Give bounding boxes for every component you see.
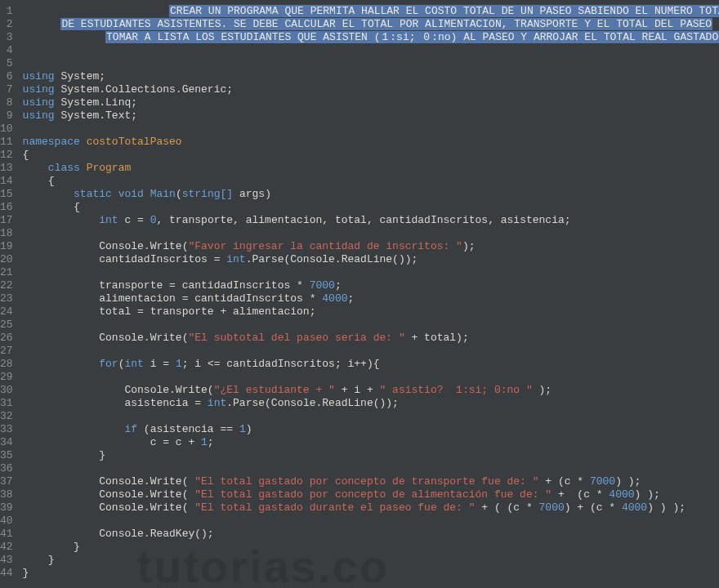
code-line[interactable] bbox=[23, 462, 719, 475]
code-line[interactable]: static void Main(string[] args) bbox=[23, 188, 719, 201]
line-number: 11 bbox=[0, 136, 13, 149]
code-editor[interactable]: 1234567891011121314151617181920212223242… bbox=[0, 0, 719, 588]
code-line[interactable]: class Program bbox=[23, 162, 719, 175]
line-number: 42 bbox=[0, 541, 13, 554]
code-token: using bbox=[23, 70, 55, 82]
code-token: ( bbox=[176, 188, 182, 200]
code-token: "El total gastado por concepto de transp… bbox=[194, 475, 538, 488]
code-line[interactable]: Console.Write("¿El estudiante + " + i + … bbox=[23, 384, 719, 397]
code-line[interactable] bbox=[23, 44, 719, 57]
code-token: System.Text; bbox=[55, 109, 137, 122]
code-line[interactable]: { bbox=[23, 201, 719, 214]
code-token: " asistio? 1:si; 0:no " bbox=[380, 384, 533, 396]
code-token: + ( (c * bbox=[476, 501, 539, 514]
code-token: ); bbox=[533, 384, 552, 396]
code-line[interactable]: { bbox=[23, 149, 719, 162]
line-number: 10 bbox=[0, 122, 13, 136]
code-token: } bbox=[23, 567, 29, 579]
code-line[interactable]: using System.Linq; bbox=[23, 96, 719, 109]
code-line[interactable]: } bbox=[23, 567, 719, 580]
code-line[interactable]: if (asistencia == 1) bbox=[23, 423, 719, 436]
code-token: 4000 bbox=[609, 488, 634, 501]
code-token: 7000 bbox=[590, 475, 615, 488]
code-line[interactable]: } bbox=[23, 541, 719, 554]
code-line[interactable] bbox=[23, 371, 719, 384]
code-token: + (c * bbox=[552, 488, 609, 501]
code-line[interactable]: CREAR UN PROGRAMA QUE PERMITA HALLAR EL … bbox=[23, 5, 719, 18]
code-token: 4000 bbox=[322, 292, 347, 305]
code-token: Main bbox=[150, 188, 176, 200]
code-token: { bbox=[23, 175, 55, 187]
code-line[interactable]: DE ESTUDIANTES ASISTENTES. SE DEBE CALCU… bbox=[23, 18, 719, 31]
code-token: 4000 bbox=[622, 501, 647, 514]
code-line[interactable] bbox=[23, 318, 719, 332]
code-line[interactable]: c = c + 1; bbox=[23, 436, 719, 449]
code-token: total = transporte + alimentacion; bbox=[23, 305, 316, 318]
code-token: ) bbox=[246, 423, 252, 435]
code-token: Console.Write( bbox=[23, 332, 189, 344]
line-number: 27 bbox=[0, 345, 13, 358]
code-token: ; bbox=[208, 436, 214, 448]
code-line[interactable]: TOMAR A LISTA LOS ESTUDIANTES QUE ASISTE… bbox=[23, 31, 719, 44]
code-token bbox=[23, 214, 100, 226]
code-line[interactable] bbox=[23, 514, 719, 528]
code-line[interactable]: asistencia = int.Parse(Console.ReadLine(… bbox=[23, 397, 719, 410]
code-token: [] bbox=[221, 188, 234, 200]
code-line[interactable] bbox=[23, 122, 719, 136]
code-line[interactable]: cantidadInscritos = int.Parse(Console.Re… bbox=[23, 253, 719, 266]
code-line[interactable]: using System; bbox=[23, 70, 719, 83]
line-number: 37 bbox=[0, 475, 13, 488]
code-line[interactable]: Console.ReadKey(); bbox=[23, 528, 719, 541]
code-line[interactable] bbox=[23, 266, 719, 279]
code-token: "Favor ingresar la cantidad de inscritos… bbox=[188, 240, 462, 252]
line-number: 35 bbox=[0, 449, 13, 462]
code-token: + (c * bbox=[539, 475, 590, 488]
code-line[interactable]: int c = 0, transporte, alimentacion, tot… bbox=[23, 214, 719, 227]
code-line[interactable]: Console.Write("El subtotal del paseo ser… bbox=[23, 332, 719, 345]
code-token bbox=[80, 162, 87, 174]
code-line[interactable] bbox=[23, 227, 719, 240]
line-number: 23 bbox=[0, 292, 13, 305]
code-token: Console.Write( bbox=[23, 475, 195, 488]
code-token: using bbox=[23, 83, 55, 96]
code-line[interactable]: Console.Write("Favor ingresar la cantida… bbox=[23, 240, 719, 253]
line-number: 7 bbox=[0, 83, 13, 96]
code-line[interactable]: Console.Write( "El total gastado por con… bbox=[23, 488, 719, 501]
code-line[interactable] bbox=[23, 345, 719, 358]
line-number: 43 bbox=[0, 554, 13, 567]
line-number: 5 bbox=[0, 57, 13, 70]
code-token: for bbox=[99, 358, 118, 370]
code-token: .Parse(Console.ReadLine()); bbox=[226, 397, 399, 409]
line-number: 31 bbox=[0, 397, 13, 410]
code-token: Program bbox=[87, 162, 132, 174]
code-token: Console.Write( bbox=[23, 384, 214, 396]
code-line[interactable]: using System.Collections.Generic; bbox=[23, 83, 719, 96]
code-line[interactable]: using System.Text; bbox=[23, 109, 719, 122]
code-line[interactable]: for(int i = 1; i <= cantidadInscritos; i… bbox=[23, 358, 719, 371]
code-line[interactable] bbox=[23, 57, 719, 70]
code-token: "El total gastado por concepto de alimen… bbox=[194, 488, 552, 501]
code-token: string bbox=[182, 188, 221, 200]
code-token: ; bbox=[335, 279, 342, 292]
code-token: Console.Write( bbox=[23, 488, 195, 501]
line-number: 13 bbox=[0, 162, 13, 175]
code-line[interactable]: Console.Write( "El total gastado por con… bbox=[23, 475, 719, 488]
line-number: 14 bbox=[0, 175, 13, 188]
line-number: 38 bbox=[0, 488, 13, 501]
code-token: System.Collections.Generic; bbox=[55, 83, 233, 96]
code-line[interactable]: transporte = cantidadInscritos * 7000; bbox=[23, 279, 719, 292]
code-line[interactable]: alimentacion = cantidadInscritos * 4000; bbox=[23, 292, 719, 305]
line-number: 21 bbox=[0, 266, 13, 279]
code-line[interactable]: } bbox=[23, 554, 719, 567]
code-area[interactable]: tutorias.co CREAR UN PROGRAMA QUE PERMIT… bbox=[23, 5, 719, 588]
code-token bbox=[144, 188, 150, 200]
code-line[interactable]: Console.Write( "El total gastado durante… bbox=[23, 501, 719, 514]
code-token: 1 bbox=[239, 423, 246, 435]
line-number: 24 bbox=[0, 305, 13, 318]
code-line[interactable]: } bbox=[23, 449, 719, 462]
code-token: "El subtotal del paseo seria de: " bbox=[188, 332, 404, 344]
code-line[interactable]: total = transporte + alimentacion; bbox=[23, 305, 719, 318]
code-line[interactable] bbox=[23, 410, 719, 423]
code-line[interactable]: { bbox=[23, 175, 719, 188]
code-line[interactable]: namespace costoTotalPaseo bbox=[23, 136, 719, 149]
